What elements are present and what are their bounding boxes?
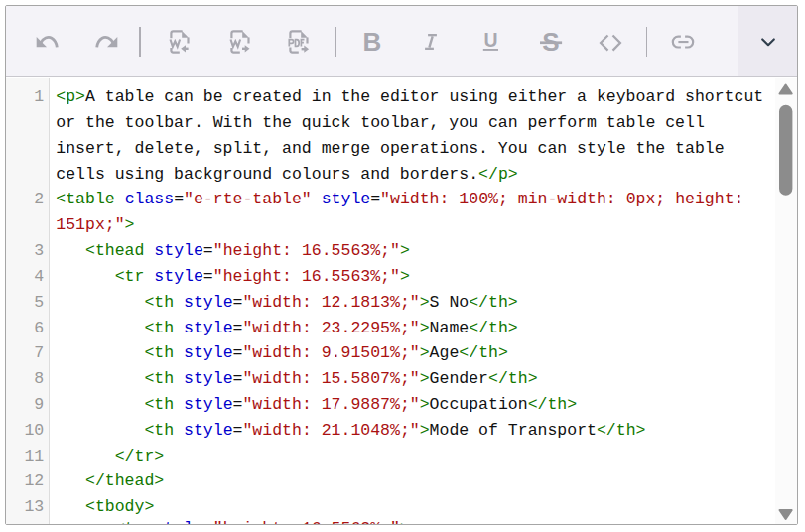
- svg-text:B: B: [362, 27, 381, 57]
- svg-text:U: U: [483, 29, 497, 51]
